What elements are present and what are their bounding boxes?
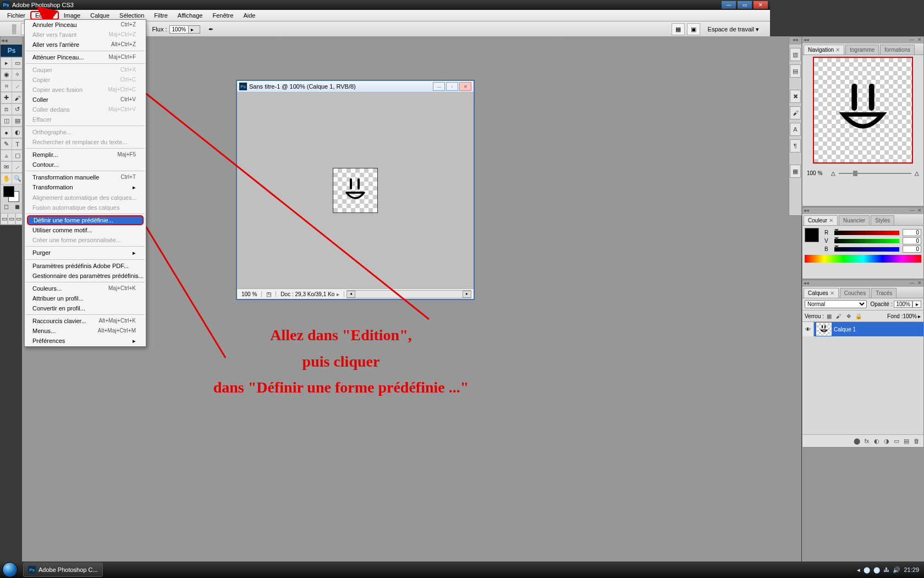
flux-arrow[interactable]: ▸ bbox=[189, 25, 200, 34]
doc-zoom[interactable]: 100 % bbox=[237, 291, 262, 297]
app-title: Adobe Photoshop CS3 bbox=[12, 2, 74, 8]
dodge-tool[interactable]: ◐ bbox=[12, 127, 23, 138]
eraser-tool[interactable]: ◫ bbox=[1, 115, 12, 127]
menuitem-effacer: Effacer bbox=[25, 114, 146, 124]
menu-fenêtre[interactable]: Fenêtre bbox=[207, 11, 238, 20]
menuitem-remplir[interactable]: Remplir...Maj+F5 bbox=[25, 150, 146, 160]
app-icon: Ps bbox=[2, 1, 10, 9]
menuitem-alignement-automatique-des-calques: Alignement automatique des calques... bbox=[25, 193, 146, 203]
menuitem-couper: CouperCtrl+X bbox=[25, 65, 146, 75]
marquee-tool[interactable]: ▭ bbox=[12, 57, 23, 69]
menuitem-contour[interactable]: Contour... bbox=[25, 160, 146, 170]
lasso-tool[interactable]: ◉ bbox=[1, 69, 12, 80]
doc-close-button[interactable]: ✕ bbox=[459, 82, 471, 91]
window-titlebar: Ps Adobe Photoshop CS3 — ▭ ✕ bbox=[0, 0, 770, 10]
wand-tool[interactable]: ✧ bbox=[12, 69, 23, 80]
document-statusbar: 100 % ◳ Doc : 29,3 Ko/39,1 Ko▸ ◂▸ bbox=[237, 288, 474, 299]
annotation-text: Allez dans "Edition", puis cliquer dans … bbox=[154, 322, 528, 401]
pen-tool[interactable]: ✎ bbox=[1, 138, 12, 150]
doc-icon: Ps bbox=[239, 83, 247, 90]
menuitem-raccourcis-clavier[interactable]: Raccourcis clavier...Alt+Maj+Ctrl+K bbox=[25, 316, 146, 326]
menuitem-copier-avec-fusion: Copier avec fusionMaj+Ctrl+C bbox=[25, 85, 146, 95]
menu-image[interactable]: Image bbox=[59, 11, 86, 20]
gradient-tool[interactable]: ▤ bbox=[12, 115, 23, 127]
document-titlebar[interactable]: Ps Sans titre-1 @ 100% (Calque 1, RVB/8)… bbox=[237, 81, 474, 92]
color-swatches[interactable] bbox=[1, 184, 23, 203]
doc-size-arrow[interactable]: ▸ bbox=[337, 291, 339, 297]
menuitem-d-finir-une-forme-pr-d-finie[interactable]: Définir une forme prédéfinie... bbox=[27, 215, 144, 225]
document-canvas[interactable] bbox=[237, 92, 474, 288]
slice-tool[interactable]: ⟋ bbox=[12, 80, 23, 92]
flux-value[interactable]: 100% bbox=[169, 25, 189, 34]
flux-label: Flux : bbox=[152, 26, 167, 32]
menuitem-purger[interactable]: Purger bbox=[25, 248, 146, 258]
heal-tool[interactable]: ✚ bbox=[1, 92, 12, 103]
menuitem-menus[interactable]: Menus...Alt+Maj+Ctrl+M bbox=[25, 326, 146, 336]
minimize-button[interactable]: — bbox=[722, 1, 736, 9]
menuitem-transformation[interactable]: Transformation bbox=[25, 182, 146, 193]
menuitem-fusion-automatique-des-calques: Fusion automatique des calques bbox=[25, 203, 146, 212]
menu-sélection[interactable]: Sélection bbox=[114, 11, 149, 20]
workspace-switcher[interactable]: Espace de travail ▾ bbox=[708, 26, 759, 33]
smiley-drawing bbox=[340, 175, 371, 206]
doc-min-button[interactable]: — bbox=[433, 82, 445, 91]
menuitem-pr-f-rences[interactable]: Préférences bbox=[25, 336, 146, 346]
menuitem-aller-vers-l-avant: Aller vers l'avantMaj+Ctrl+Z bbox=[25, 30, 146, 40]
menuitem-transformation-manuelle[interactable]: Transformation manuelleCtrl+T bbox=[25, 172, 146, 182]
shape-tool[interactable]: ▢ bbox=[12, 150, 23, 161]
history-brush-tool[interactable]: ↺ bbox=[12, 103, 23, 115]
menuitem-orthographe: Orthographe... bbox=[25, 127, 146, 137]
menuitem-rechercher-et-remplacer-du-texte: Rechercher et remplacer du texte... bbox=[25, 137, 146, 147]
menuitem-param-tres-pr-d-finis-adobe-pdf[interactable]: Paramètres prédéfinis Adobe PDF... bbox=[25, 261, 146, 271]
document-window[interactable]: Ps Sans titre-1 @ 100% (Calque 1, RVB/8)… bbox=[237, 80, 474, 299]
toolbox-header[interactable]: ◂◂ bbox=[1, 37, 23, 45]
menuitem-gestionnaire-des-param-tres-pr-d-finis[interactable]: Gestionnaire des paramètres prédéfinis..… bbox=[25, 271, 146, 281]
airbrush-icon[interactable]: ✒ bbox=[205, 24, 217, 35]
menuitem-convertir-en-profil[interactable]: Convertir en profil... bbox=[25, 303, 146, 313]
doc-max-button[interactable]: ▫ bbox=[446, 82, 458, 91]
blur-tool[interactable]: ● bbox=[1, 127, 12, 138]
path-tool[interactable]: ▵ bbox=[1, 150, 12, 161]
hand-tool[interactable]: ✋ bbox=[1, 173, 12, 184]
menu-calque[interactable]: Calque bbox=[85, 11, 114, 20]
doc-hscroll[interactable]: ◂▸ bbox=[346, 290, 471, 298]
toolbox: ◂◂ Ps ▸▭ ◉✧ ⌗⟋ ✚🖌 ⧈↺ ◫▤ ●◐ ✎T ▵▢ ✉⟋ ✋🔍 ◻… bbox=[0, 36, 23, 225]
ps-logo-icon: Ps bbox=[1, 45, 23, 57]
menu-filtre[interactable]: Filtre bbox=[149, 11, 172, 20]
stamp-tool[interactable]: ⧈ bbox=[1, 103, 12, 115]
doc-size: Doc : 29,3 Ko/39,1 Ko bbox=[280, 291, 334, 297]
menu-fichier[interactable]: Fichier bbox=[2, 11, 30, 20]
quickmask-toggle[interactable]: ◻◼ bbox=[1, 203, 23, 213]
menuitem-coller[interactable]: CollerCtrl+V bbox=[25, 95, 146, 105]
doc-size-icon[interactable]: ◳ bbox=[262, 291, 276, 297]
type-tool[interactable]: T bbox=[12, 138, 23, 150]
menuitem-copier: CopierCtrl+C bbox=[25, 75, 146, 85]
optbar-grip[interactable] bbox=[12, 24, 16, 34]
move-tool[interactable]: ▸ bbox=[1, 57, 12, 69]
eyedropper-tool[interactable]: ⟋ bbox=[12, 161, 23, 173]
maximize-button[interactable]: ▭ bbox=[738, 1, 752, 9]
close-button[interactable]: ✕ bbox=[754, 1, 768, 9]
menuitem-att-nuer-pinceau[interactable]: Atténuer Pinceau...Maj+Ctrl+F bbox=[25, 52, 146, 62]
crop-tool[interactable]: ⌗ bbox=[1, 80, 12, 92]
menuitem-annuler-pinceau[interactable]: Annuler PinceauCtrl+Z bbox=[25, 20, 146, 30]
notes-tool[interactable]: ✉ bbox=[1, 161, 12, 173]
menu-edition[interactable]: Edition bbox=[30, 11, 59, 20]
menuitem-aller-vers-l-arri-re[interactable]: Aller vers l'arrièreAlt+Ctrl+Z bbox=[25, 40, 146, 50]
go-bridge-icon[interactable]: ▦ bbox=[672, 23, 685, 35]
zoom-tool[interactable]: 🔍 bbox=[12, 173, 23, 184]
menu-affichage[interactable]: Affichage bbox=[173, 11, 208, 20]
brush-tool[interactable]: 🖌 bbox=[12, 92, 23, 103]
edition-menu-dropdown: Annuler PinceauCtrl+ZAller vers l'avantM… bbox=[24, 19, 146, 347]
menu-aide[interactable]: Aide bbox=[238, 11, 260, 20]
screen-mode-2[interactable]: ▭ bbox=[8, 213, 15, 225]
arrange-docs-icon[interactable]: ▣ bbox=[687, 23, 700, 35]
document-title: Sans titre-1 @ 100% (Calque 1, RVB/8) bbox=[249, 83, 356, 90]
menuitem-couleurs[interactable]: Couleurs...Maj+Ctrl+K bbox=[25, 283, 146, 293]
screen-mode-3[interactable]: ▭ bbox=[15, 213, 23, 225]
menuitem-coller-dedans: Coller dedansMaj+Ctrl+V bbox=[25, 105, 146, 114]
menuitem-utiliser-comme-motif[interactable]: Utiliser comme motif... bbox=[25, 225, 146, 235]
screen-mode-1[interactable]: ▭ bbox=[1, 213, 8, 225]
menuitem-cr-er-une-forme-personnalis-e: Créer une forme personnalisée... bbox=[25, 235, 146, 245]
menuitem-attribuer-un-profil[interactable]: Attribuer un profil... bbox=[25, 293, 146, 303]
